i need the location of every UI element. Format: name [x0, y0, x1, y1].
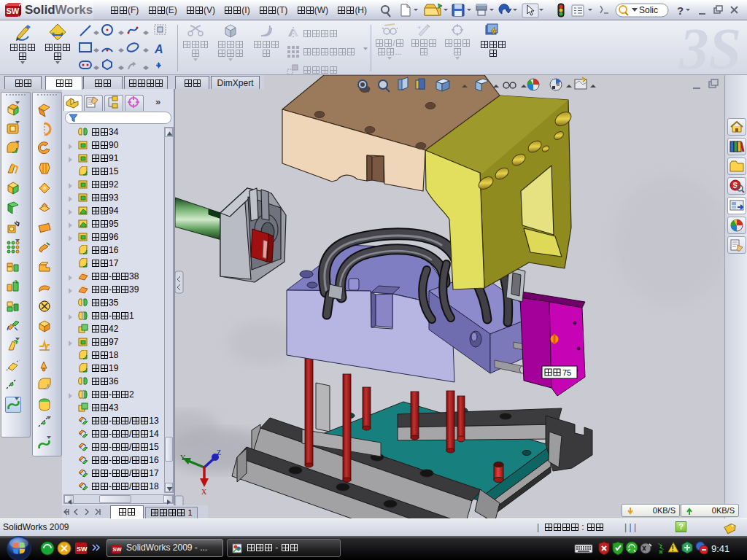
- svg-text:SW: SW: [113, 546, 123, 553]
- svg-text:?: ?: [677, 4, 684, 17]
- svg-text:X: X: [201, 488, 207, 496]
- svg-text:SW: SW: [7, 7, 20, 15]
- svg-text:75: 75: [562, 368, 571, 377]
- svg-text:A: A: [154, 43, 163, 55]
- svg-text:Z: Z: [217, 448, 221, 456]
- svg-text:Y: Y: [180, 454, 185, 462]
- svg-text:Solic: Solic: [639, 5, 658, 15]
- svg-text:!: !: [672, 545, 674, 553]
- svg-text:SW: SW: [77, 545, 88, 553]
- svg-text:+: +: [417, 24, 421, 31]
